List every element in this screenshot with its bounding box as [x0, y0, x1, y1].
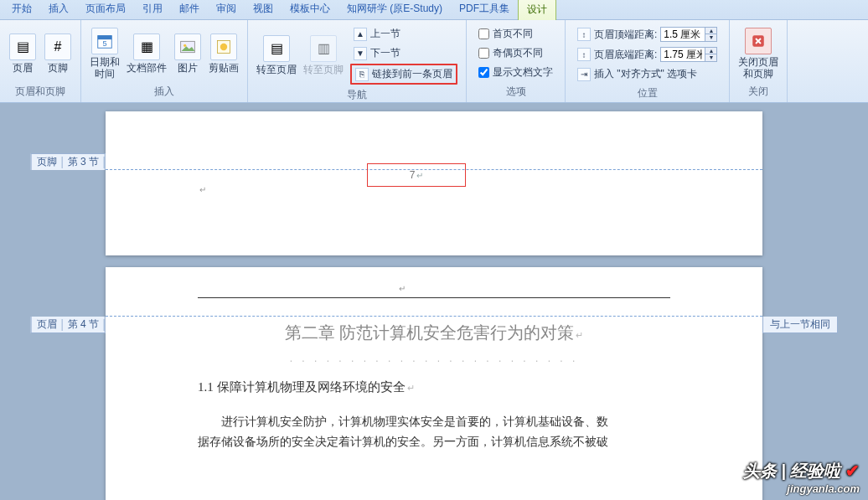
goto-header-icon: ▤ — [263, 35, 290, 62]
datetime-button[interactable]: 5 日期和 时间 — [86, 24, 123, 83]
ellipsis-marks: . . . . . . . . . . . . . . . . . . . . … — [106, 353, 762, 364]
docparts-icon: ▦ — [133, 34, 160, 60]
group-navigation: ▤ 转至页眉 ▥ 转至页脚 ▲ 上一节 ▼ 下一节 ⎘ 链接到前一条页眉 — [248, 20, 467, 102]
picture-button[interactable]: 图片 — [170, 30, 205, 77]
tab-review[interactable]: 审阅 — [208, 0, 245, 19]
next-section-icon: ▼ — [354, 47, 367, 60]
chapter-title[interactable]: 第二章 防范计算机安全危害行为的对策↵ — [106, 317, 762, 358]
insert-alignment-tab-button[interactable]: ⇥ 插入 "对齐方式" 选项卡 — [574, 65, 721, 83]
footer-distance-spinner[interactable]: ▲▼ — [660, 47, 717, 62]
spin-down-icon[interactable]: ▼ — [705, 54, 716, 61]
header-tag-label: 页眉 — [32, 317, 62, 332]
footer-tag-label: 页脚 — [32, 155, 62, 169]
close-header-footer-button[interactable]: 关闭页眉 和页脚 — [735, 24, 782, 83]
header-distance-label: 页眉顶端距离: — [594, 28, 657, 42]
section-subtitle[interactable]: 1.1 保障计算机物理及网络环境的安全↵ — [198, 379, 762, 395]
document-page[interactable]: ↵ 页眉 第 4 节 与上一节相同 第二章 防范计算机安全危害行为的对策↵ . … — [106, 267, 762, 500]
footer-page-number[interactable]: 7 — [410, 169, 416, 181]
prev-section-icon: ▲ — [354, 28, 367, 41]
goto-footer-label: 转至页脚 — [303, 64, 344, 75]
document-page[interactable]: 页脚 第 3 节 7 ↵ ↵ — [106, 111, 762, 255]
footer-edit-area[interactable]: 7 ↵ ↵ — [106, 170, 762, 220]
picture-icon — [174, 34, 201, 60]
ribbon: ▤ 页眉 # 页脚 页眉和页脚 5 日期和 时间 ▦ 文档部件 — [0, 20, 868, 103]
tab-hf-design[interactable]: 设计 — [518, 0, 556, 20]
next-section-label: 下一节 — [370, 46, 400, 60]
prev-section-label: 上一节 — [370, 27, 400, 41]
document-canvas[interactable]: 页脚 第 3 节 7 ↵ ↵ ↵ 页眉 第 4 节 — [0, 103, 868, 500]
tab-page-layout[interactable]: 页面布局 — [77, 0, 134, 19]
header-edit-area[interactable]: ↵ — [106, 267, 762, 316]
spin-up-icon[interactable]: ▲ — [705, 28, 716, 34]
page-number-label: 页脚 — [48, 62, 68, 74]
tab-mailings[interactable]: 邮件 — [171, 0, 208, 19]
goto-footer-icon: ▥ — [310, 35, 337, 62]
group-header-footer: ▤ 页眉 # 页脚 页眉和页脚 — [0, 20, 81, 102]
show-doc-text-input[interactable] — [478, 67, 489, 78]
group-position: ↕ 页眉顶端距离: ▲▼ ↕ 页眉底端距离: ▲▼ ⇥ — [566, 20, 730, 102]
header-icon: ▤ — [9, 34, 36, 60]
page-number-button[interactable]: # 页脚 — [40, 30, 75, 77]
group-options-label: 选项 — [467, 83, 565, 102]
footer-distance-label: 页眉底端距离: — [594, 48, 657, 62]
odd-even-diff-input[interactable] — [478, 48, 489, 59]
tab-insert[interactable]: 插入 — [40, 0, 77, 19]
prev-section-button[interactable]: ▲ 上一节 — [350, 25, 457, 43]
clipart-button[interactable]: 剪贴画 — [205, 30, 242, 77]
chapter-title-text: 第二章 防范计算机安全危害行为的对策 — [285, 323, 574, 342]
header-button-label: 页眉 — [13, 62, 33, 74]
group-options: 首页不同 奇偶页不同 显示文档文字 选项 — [467, 20, 566, 102]
group-hf-label: 页眉和页脚 — [0, 83, 80, 102]
goto-footer-button: ▥ 转至页脚 — [300, 32, 347, 79]
odd-even-diff-label: 奇偶页不同 — [493, 46, 543, 60]
paragraph-mark-icon: ↵ — [399, 284, 406, 293]
group-close-label: 关闭 — [730, 83, 787, 102]
tab-references[interactable]: 引用 — [134, 0, 171, 19]
show-doc-text-checkbox[interactable]: 显示文档文字 — [475, 64, 556, 81]
header-distance-spinner[interactable]: ▲▼ — [660, 27, 717, 42]
spin-down-icon[interactable]: ▼ — [705, 34, 716, 41]
close-icon — [745, 28, 772, 54]
insert-align-tab-label: 插入 "对齐方式" 选项卡 — [594, 67, 697, 81]
tab-cnki-estudy[interactable]: 知网研学 (原E-Study) — [338, 0, 451, 19]
group-close: 关闭页眉 和页脚 关闭 — [730, 20, 788, 102]
spin-up-icon[interactable]: ▲ — [705, 48, 716, 54]
tab-template-center[interactable]: 模板中心 — [282, 0, 338, 19]
next-section-button[interactable]: ▼ 下一节 — [350, 44, 457, 62]
group-insert: 5 日期和 时间 ▦ 文档部件 图片 剪贴画 插入 — [81, 20, 248, 102]
header-tag-section-num: 第 4 节 — [63, 317, 104, 332]
show-doc-text-label: 显示文档文字 — [493, 65, 553, 80]
footer-page-number-highlight: 7 ↵ — [367, 163, 466, 187]
tab-view[interactable]: 视图 — [245, 0, 282, 19]
footer-distance-input[interactable] — [661, 49, 705, 60]
link-to-previous-button[interactable]: ⎘ 链接到前一条页眉 — [350, 64, 457, 85]
footer-distance-icon: ↕ — [577, 48, 591, 61]
footer-tag-section-num: 第 3 节 — [63, 155, 104, 169]
svg-point-6 — [220, 43, 227, 49]
body-paragraph[interactable]: 进行计算机安全防护，计算机物理实体安全是首要的，计算机基础设备、数 据存储设备场… — [198, 412, 670, 452]
odd-even-different-checkbox[interactable]: 奇偶页不同 — [475, 44, 556, 62]
header-button[interactable]: ▤ 页眉 — [5, 30, 40, 77]
header-underline — [198, 297, 670, 298]
clipart-label: 剪贴画 — [209, 62, 239, 74]
footer-section-tag: 页脚 第 3 节 — [31, 153, 106, 170]
header-section-tag: 页眉 第 4 节 — [31, 317, 106, 333]
doc-parts-button[interactable]: ▦ 文档部件 — [123, 30, 170, 77]
same-as-previous-tag: 与上一节相同 — [762, 317, 838, 333]
goto-header-button[interactable]: ▤ 转至页眉 — [253, 32, 300, 79]
svg-text:5: 5 — [102, 39, 106, 48]
header-distance-row: ↕ 页眉顶端距离: ▲▼ — [574, 25, 721, 44]
header-distance-input[interactable] — [661, 28, 705, 40]
subtitle-text: 1.1 保障计算机物理及网络环境的安全 — [198, 380, 406, 394]
same-as-prev-label: 与上一节相同 — [770, 317, 830, 332]
first-page-diff-input[interactable] — [478, 28, 489, 39]
first-page-different-checkbox[interactable]: 首页不同 — [475, 25, 556, 43]
tab-home[interactable]: 开始 — [3, 0, 40, 19]
ribbon-tabstrip: 开始 插入 页面布局 引用 邮件 审阅 视图 模板中心 知网研学 (原E-Stu… — [0, 0, 868, 20]
tab-pdf-tools[interactable]: PDF工具集 — [451, 0, 518, 19]
pagenum-icon: # — [44, 34, 71, 60]
picture-label: 图片 — [178, 62, 198, 74]
link-previous-label: 链接到前一条页眉 — [372, 67, 452, 81]
link-icon: ⎘ — [355, 68, 369, 81]
footer-distance-row: ↕ 页眉底端距离: ▲▼ — [574, 45, 721, 64]
